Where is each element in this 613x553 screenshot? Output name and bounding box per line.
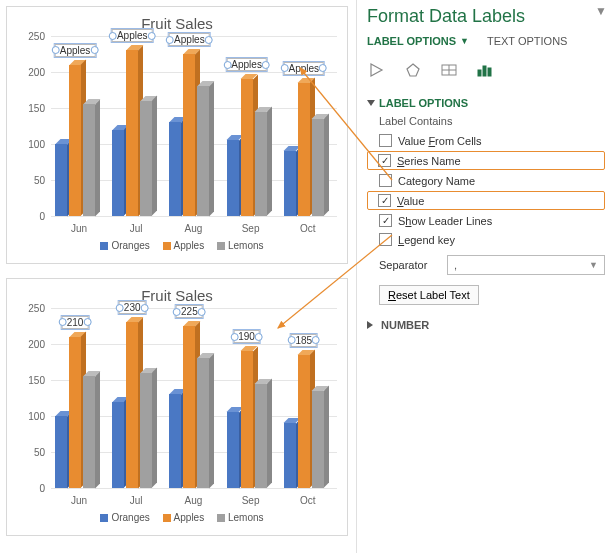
data-label[interactable]: 190 — [233, 330, 260, 343]
bar-lemons[interactable] — [255, 112, 267, 216]
section-label-options[interactable]: LABEL OPTIONS — [367, 91, 605, 113]
tab-label-options[interactable]: LABEL OPTIONS▼ — [367, 35, 469, 47]
y-tick: 0 — [39, 483, 45, 494]
y-tick: 50 — [34, 175, 45, 186]
bar-oranges[interactable] — [112, 130, 124, 216]
separator-dropdown[interactable]: ,▼ — [447, 255, 605, 275]
chevron-down-icon: ▼ — [589, 260, 598, 270]
chevron-right-icon — [367, 321, 377, 329]
format-pane: ▼ Format Data Labels LABEL OPTIONS▼ TEXT… — [356, 0, 613, 553]
legend-label: Lemons — [228, 240, 264, 251]
bar-lemons[interactable] — [312, 391, 324, 488]
bar-lemons[interactable] — [83, 104, 95, 216]
checkbox-icon: ✓ — [378, 154, 391, 167]
data-label[interactable]: 185 — [290, 334, 317, 347]
pane-title: Format Data Labels — [367, 4, 605, 35]
y-tick: 150 — [28, 375, 45, 386]
separator-row: Separator ,▼ — [367, 249, 605, 281]
checkbox-category-name[interactable]: Category Name — [367, 171, 605, 190]
bar-lemons[interactable] — [83, 376, 95, 488]
bar-apples[interactable] — [298, 355, 310, 488]
pane-tabs: LABEL OPTIONS▼ TEXT OPTIONS — [367, 35, 605, 55]
label-contains-header: Label Contains — [367, 113, 605, 131]
svg-rect-6 — [488, 68, 491, 76]
x-tick: Aug — [165, 495, 221, 506]
y-tick: 50 — [34, 447, 45, 458]
data-label[interactable]: Apples — [284, 62, 325, 75]
reset-label-text-button[interactable]: Reset Label Text — [379, 285, 479, 305]
bar-oranges[interactable] — [169, 122, 181, 216]
bar-oranges[interactable] — [55, 144, 67, 216]
data-label[interactable]: 210 — [62, 316, 89, 329]
checkbox-icon — [379, 233, 392, 246]
data-label[interactable]: 225 — [176, 305, 203, 318]
effects-icon[interactable] — [403, 61, 423, 79]
legend-label: Lemons — [228, 512, 264, 523]
bar-oranges[interactable] — [284, 423, 296, 488]
fill-icon[interactable] — [367, 61, 387, 79]
checkbox-value-from-cells[interactable]: Value From Cells — [367, 131, 605, 150]
x-tick: Jun — [51, 223, 107, 234]
data-label[interactable]: Apples — [55, 44, 96, 57]
x-tick: Jun — [51, 495, 107, 506]
bar-apples[interactable] — [69, 337, 81, 488]
svg-marker-0 — [407, 64, 419, 76]
size-icon[interactable] — [439, 61, 459, 79]
y-tick: 200 — [28, 339, 45, 350]
x-tick: Jul — [108, 495, 164, 506]
bar-apples[interactable] — [126, 322, 138, 488]
bar-apples[interactable] — [183, 54, 195, 216]
y-tick: 100 — [28, 411, 45, 422]
bar-lemons[interactable] — [312, 119, 324, 216]
chart-plot[interactable]: 050100150200250JunApplesJulApplesAugAppl… — [51, 36, 337, 216]
checkbox-icon — [379, 134, 392, 147]
chart-title: Fruit Sales — [7, 7, 347, 36]
x-tick: Oct — [280, 495, 336, 506]
bar-apples[interactable] — [183, 326, 195, 488]
legend-label: Oranges — [111, 512, 149, 523]
chart-plot[interactable]: 050100150200250Jun210Jul230Aug225Sep190O… — [51, 308, 337, 488]
chart-1[interactable]: Fruit Sales 050100150200250JunApplesJulA… — [6, 6, 348, 264]
bar-oranges[interactable] — [169, 394, 181, 488]
label-options-icon[interactable] — [475, 61, 495, 79]
checkbox-value[interactable]: ✓Value — [367, 191, 605, 210]
bar-lemons[interactable] — [197, 86, 209, 216]
bar-apples[interactable] — [298, 83, 310, 216]
chart-2[interactable]: Fruit Sales 050100150200250Jun210Jul230A… — [6, 278, 348, 536]
legend-label: Apples — [174, 240, 205, 251]
section-number[interactable]: NUMBER — [367, 313, 605, 335]
checkbox-icon — [379, 174, 392, 187]
checkbox-show-leader-lines[interactable]: ✓Show Leader Lines — [367, 211, 605, 230]
bar-apples[interactable] — [241, 79, 253, 216]
y-tick: 150 — [28, 103, 45, 114]
bar-oranges[interactable] — [227, 140, 239, 216]
bar-oranges[interactable] — [55, 416, 67, 488]
chart-previews: Fruit Sales 050100150200250JunApplesJulA… — [0, 0, 356, 553]
legend-label: Apples — [174, 512, 205, 523]
bar-lemons[interactable] — [140, 101, 152, 216]
bar-lemons[interactable] — [255, 384, 267, 488]
bar-apples[interactable] — [126, 50, 138, 216]
bar-oranges[interactable] — [227, 412, 239, 488]
checkbox-legend-key[interactable]: Legend key — [367, 230, 605, 249]
bar-lemons[interactable] — [197, 358, 209, 488]
bar-apples[interactable] — [69, 65, 81, 216]
checkbox-series-name[interactable]: ✓Series Name — [367, 151, 605, 170]
data-label[interactable]: 230 — [119, 301, 146, 314]
legend-swatch-apples — [163, 242, 171, 250]
data-label[interactable]: Apples — [226, 58, 267, 71]
bar-lemons[interactable] — [140, 373, 152, 488]
chart-title: Fruit Sales — [7, 279, 347, 308]
x-tick: Aug — [165, 223, 221, 234]
data-label[interactable]: Apples — [112, 29, 153, 42]
tab-text-options[interactable]: TEXT OPTIONS — [487, 35, 567, 47]
close-icon[interactable]: ▼ — [595, 4, 607, 18]
data-label[interactable]: Apples — [169, 33, 210, 46]
bar-oranges[interactable] — [284, 151, 296, 216]
legend-swatch-oranges — [100, 242, 108, 250]
bar-apples[interactable] — [241, 351, 253, 488]
separator-label: Separator — [379, 259, 439, 271]
checkbox-icon: ✓ — [378, 194, 391, 207]
y-tick: 250 — [28, 31, 45, 42]
bar-oranges[interactable] — [112, 402, 124, 488]
